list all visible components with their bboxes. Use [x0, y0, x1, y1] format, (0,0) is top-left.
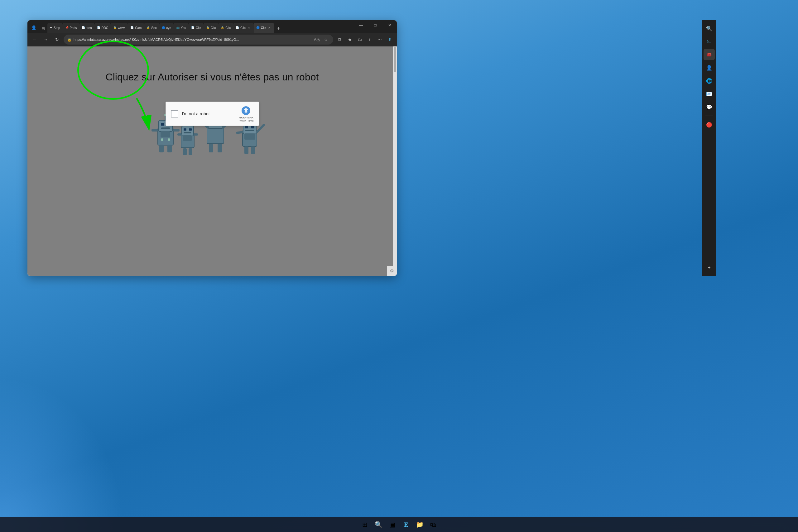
svg-point-13	[161, 138, 163, 141]
recaptcha-logo-area: reCAPTCHA Privacy - Terms	[239, 106, 253, 122]
tab-favicon: 📌	[65, 26, 69, 29]
svg-rect-43	[245, 130, 254, 131]
settings-gear-icon[interactable]: ⚙	[387, 266, 397, 276]
back-button[interactable]: ←	[30, 35, 39, 44]
more-tools-icon[interactable]: ⋯	[375, 35, 384, 44]
reload-button[interactable]: ↻	[52, 35, 62, 44]
svg-rect-5	[161, 128, 170, 129]
sidebar-notification-icon[interactable]: 🔴	[704, 119, 715, 130]
sidebar-people-icon[interactable]: 👤	[704, 62, 715, 73]
svg-rect-11	[167, 145, 172, 152]
tab-favicon: 🔒	[147, 26, 150, 29]
scrollbar-thumb[interactable]	[394, 47, 396, 72]
sidebar-search-icon[interactable]: 🔍	[704, 23, 715, 34]
tab-label: Clic	[225, 26, 231, 30]
tab-strip[interactable]: ❤ Strip	[48, 23, 63, 33]
edge-icon[interactable]: 𝐄	[385, 35, 394, 44]
forward-button[interactable]: →	[41, 35, 51, 44]
new-tab-button[interactable]: +	[274, 24, 283, 33]
recaptcha-label: I'm not a robot	[182, 111, 235, 116]
recaptcha-checkbox[interactable]	[171, 110, 178, 117]
scrollbar[interactable]	[393, 46, 397, 276]
svg-rect-37	[209, 144, 213, 152]
recaptcha-links: Privacy - Terms	[239, 120, 253, 122]
recaptcha-widget: I'm not a robot reCAPTCHA Privacy - Term…	[166, 101, 259, 126]
profile-icon[interactable]: 👤	[29, 23, 39, 33]
tab-favicon: 📄	[130, 26, 134, 29]
tab-bar: 👤 ⊞ ❤ Strip 📌 Paris 📄 tren 📄 DDC 🔒	[27, 20, 354, 33]
recaptcha-logo-icon	[241, 106, 251, 116]
win-logo-decor	[0, 376, 125, 532]
tab-label: Paris	[70, 26, 77, 30]
tab-close-icon[interactable]: ✕	[247, 25, 251, 30]
tab-www[interactable]: 🔒 www.	[111, 23, 128, 33]
tab-favicon-edge: 🔵	[256, 26, 260, 29]
tab-label: Sec	[151, 26, 156, 30]
tab-label: DDC	[102, 26, 109, 30]
split-screen-icon[interactable]: ⧉	[335, 35, 344, 44]
tab-clic2[interactable]: 🔒 Clic	[204, 23, 218, 33]
tab-favicon: 🔒	[206, 26, 209, 29]
sidebar-collections-icon[interactable]: 🏷	[704, 36, 715, 47]
sidebar-workspaces-icon[interactable]: 🧰	[704, 49, 715, 60]
sidebar-divider	[705, 116, 713, 116]
maximize-button[interactable]: □	[368, 20, 382, 30]
sidebar-add-icon[interactable]: +	[704, 262, 715, 273]
svg-rect-8	[152, 129, 158, 132]
svg-rect-38	[217, 144, 222, 152]
tab-label: Clic	[261, 26, 266, 30]
sidebar-teams-icon[interactable]: 💬	[704, 101, 715, 113]
taskbar-taskview-icon[interactable]: ▣	[386, 518, 398, 531]
tab-ddc[interactable]: 📄 DDC	[94, 23, 111, 33]
collections-icon[interactable]: 🗂	[355, 35, 364, 44]
svg-rect-10	[159, 145, 164, 152]
svg-line-46	[257, 125, 264, 132]
edge-drops-icon[interactable]: ⬆	[365, 35, 374, 44]
svg-rect-18	[189, 128, 192, 131]
favorites-icon[interactable]: ★	[345, 35, 355, 44]
tab-label: Clic	[240, 26, 246, 30]
svg-rect-12	[160, 131, 170, 137]
page-instruction: Cliquez sur Autoriser si vous n'êtes pas…	[106, 71, 319, 83]
tab-cyn[interactable]: 🔵 cyn	[159, 23, 174, 33]
tab-favicon: 🔵	[162, 26, 165, 29]
address-bar-icons: Aあ ☆	[313, 36, 329, 43]
tab-favicon: ❤	[50, 26, 52, 29]
svg-rect-16	[182, 126, 194, 136]
taskbar-explorer-icon[interactable]: 📁	[413, 518, 426, 531]
nav-bar: ← → ↻ 🔒 https://allmiatausa.azurewebsite…	[27, 33, 397, 46]
tab-label: Cam	[135, 26, 141, 30]
tab-favicon: 📄	[97, 26, 100, 29]
sidebar-outlook-icon[interactable]: 📧	[704, 88, 715, 99]
svg-rect-26	[189, 148, 192, 155]
taskbar: ⊞ 🔍 ▣ 𝐄 📁 🛍	[0, 517, 798, 532]
taskbar-store-icon[interactable]: 🛍	[427, 518, 439, 531]
svg-rect-49	[251, 147, 255, 154]
tab-cam[interactable]: 📄 Cam	[128, 23, 144, 33]
minimize-button[interactable]: —	[354, 20, 368, 30]
tab-favicon: 🔒	[221, 26, 224, 29]
sidebar-edge-icon[interactable]: 🌐	[704, 75, 715, 86]
close-button[interactable]: ✕	[382, 20, 397, 30]
tab-clic1[interactable]: 📄 Clic	[189, 23, 204, 33]
tab-paris[interactable]: 📌 Paris	[63, 23, 79, 33]
tab-clic3[interactable]: 🔒 Clic	[218, 23, 233, 33]
tab-close-active-icon[interactable]: ✕	[267, 25, 271, 30]
svg-rect-22	[177, 133, 182, 136]
taskbar-edge-icon[interactable]: 𝐄	[400, 518, 412, 531]
address-bar[interactable]: 🔒 https://allmiatausa.azurewebsites.net/…	[63, 35, 333, 44]
tab-you[interactable]: 📺 You	[174, 23, 189, 33]
taskbar-search-icon[interactable]: 🔍	[372, 518, 385, 531]
taskbar-start-icon[interactable]: ⊞	[359, 518, 371, 531]
tab-switcher-icon[interactable]: ⊞	[39, 24, 48, 33]
svg-rect-42	[251, 126, 254, 128]
tab-clic4[interactable]: 📄 Clic ✕	[233, 23, 254, 33]
browser-window: 👤 ⊞ ❤ Strip 📌 Paris 📄 tren 📄 DDC 🔒	[27, 20, 397, 276]
tab-clic-active[interactable]: 🔵 Clic ✕	[254, 23, 274, 33]
tab-label: Strip	[54, 26, 60, 30]
favorite-icon[interactable]: ☆	[322, 36, 329, 43]
read-aloud-icon[interactable]: Aあ	[313, 36, 321, 43]
tab-sec[interactable]: 🔒 Sec	[144, 23, 159, 33]
tab-tren[interactable]: 📄 tren	[79, 23, 94, 33]
tab-favicon: 📄	[82, 26, 85, 29]
